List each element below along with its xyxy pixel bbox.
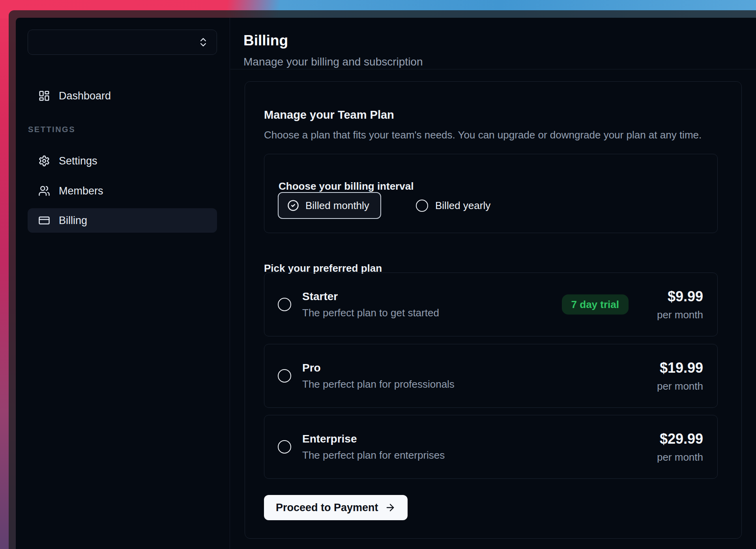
plan-price-block: $19.99 per month <box>657 360 703 392</box>
plan-price: $29.99 <box>660 431 703 447</box>
credit-card-icon <box>38 215 50 226</box>
plan-name: Pro <box>302 362 455 374</box>
sidebar-section-label: SETTINGS <box>28 125 75 134</box>
chevrons-up-down-icon <box>198 37 209 48</box>
plan-info: Starter The perfect plan to get started <box>302 290 439 319</box>
radio-icon[interactable] <box>278 369 291 383</box>
plan-description: The perfect plan for professionals <box>302 378 455 390</box>
sidebar: Dashboard SETTINGS Settings Members <box>16 18 230 549</box>
sidebar-item-label: Members <box>59 185 103 197</box>
users-icon <box>38 185 50 197</box>
card-description: Choose a plan that fits your team's need… <box>264 129 702 141</box>
plan-price: $9.99 <box>668 288 703 305</box>
plan-name: Starter <box>302 290 439 303</box>
plan-period: per month <box>657 380 703 392</box>
plan-option-enterprise[interactable]: Enterprise The perfect plan for enterpri… <box>264 415 718 479</box>
plan-price-block: $9.99 per month <box>657 288 703 321</box>
plan-option-starter[interactable]: Starter The perfect plan to get started … <box>264 273 718 336</box>
billing-interval-label: Choose your billing interval <box>279 180 414 192</box>
plan-info: Pro The perfect plan for professionals <box>302 362 455 390</box>
plan-period: per month <box>657 451 703 463</box>
plan-name: Enterprise <box>302 433 445 445</box>
plan-description: The perfect plan to get started <box>302 307 439 319</box>
sidebar-item-dashboard[interactable]: Dashboard <box>28 84 217 108</box>
sidebar-item-label: Dashboard <box>59 90 111 102</box>
gear-icon <box>38 155 50 167</box>
proceed-label: Proceed to Payment <box>276 502 378 514</box>
radio-icon[interactable] <box>278 440 291 454</box>
plan-period: per month <box>657 309 703 321</box>
card-title: Manage your Team Plan <box>264 108 394 121</box>
proceed-to-payment-button[interactable]: Proceed to Payment <box>264 495 408 520</box>
plan-price: $19.99 <box>660 360 703 376</box>
header-divider <box>230 69 756 69</box>
sidebar-item-label: Settings <box>59 155 97 167</box>
app-window: Dashboard SETTINGS Settings Members <box>9 10 756 549</box>
sidebar-item-members[interactable]: Members <box>28 179 217 203</box>
billing-interval-group: Choose your billing interval Billed mont… <box>264 154 718 233</box>
page-subtitle: Manage your billing and subscription <box>243 56 423 68</box>
plan-info: Enterprise The perfect plan for enterpri… <box>302 433 445 461</box>
team-switcher[interactable] <box>28 30 217 55</box>
desktop: Dashboard SETTINGS Settings Members <box>0 0 756 549</box>
billed-monthly-label: Billed monthly <box>305 200 369 212</box>
plan-description: The perfect plan for enterprises <box>302 449 445 461</box>
plan-price-block: $29.99 per month <box>657 431 703 463</box>
sidebar-item-billing[interactable]: Billing <box>28 208 217 233</box>
dashboard-icon <box>38 90 50 102</box>
radio-icon[interactable] <box>278 298 291 311</box>
sidebar-item-label: Billing <box>59 215 87 227</box>
page-title: Billing <box>243 32 288 49</box>
app-surface: Dashboard SETTINGS Settings Members <box>16 18 756 549</box>
billed-yearly-option[interactable]: Billed yearly <box>416 192 490 219</box>
billed-yearly-label: Billed yearly <box>435 200 490 212</box>
radio-icon <box>416 200 428 212</box>
billed-monthly-option[interactable]: Billed monthly <box>278 192 381 219</box>
team-plan-card: Manage your Team Plan Choose a plan that… <box>245 81 742 539</box>
trial-badge: 7 day trial <box>562 295 629 315</box>
arrow-right-icon <box>385 502 396 513</box>
plan-option-pro[interactable]: Pro The perfect plan for professionals $… <box>264 344 718 408</box>
circle-check-icon <box>287 200 299 211</box>
sidebar-item-settings[interactable]: Settings <box>28 149 217 173</box>
